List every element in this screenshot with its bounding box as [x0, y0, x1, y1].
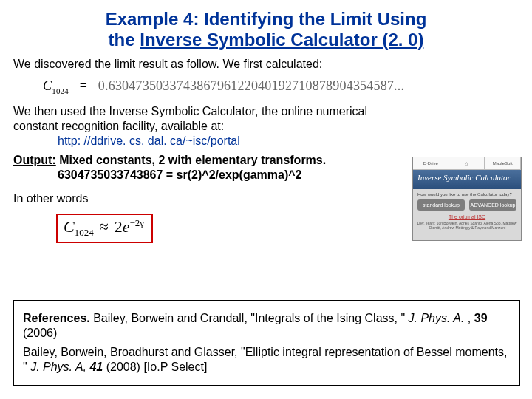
isc-banner: Inverse Symbolic Calculator	[413, 170, 521, 189]
isc-logo-2: △	[449, 157, 485, 169]
output-line-2: 6304735033743867 = sr(2)^2/exp(gamma)^2	[58, 168, 412, 183]
reference-2: Bailey, Borwein, Broadhurst and Glasser,…	[23, 345, 511, 375]
output-line-1: Mixed constants, 2 with elementary trans…	[56, 154, 326, 166]
isc-logos-row: D·Drive △ MapleSoft	[413, 157, 521, 170]
formula-c1024-closed: C1024≈2e−2γ	[64, 216, 144, 239]
formula2-lhs-sym: C	[64, 217, 75, 236]
formula2-approx: ≈	[100, 217, 109, 236]
reference-1: References. Bailey, Borwein and Crandall…	[23, 311, 511, 341]
isc-link[interactable]: http: //ddrive. cs. dal. ca/~isc/portal	[58, 134, 240, 149]
formula2-exponent: −2γ	[130, 216, 145, 228]
slide-title: Example 4: Identifying the Limit Using t…	[28, 9, 504, 50]
formula1-lhs-sym: C	[43, 78, 52, 93]
formula2-e: e	[123, 217, 130, 236]
isc-desc-text: We then used the Inverse Symbolic Calcul…	[13, 105, 367, 132]
slide: Example 4: Identifying the Limit Using t…	[0, 0, 532, 399]
formula2-lhs-sub: 1024	[75, 227, 94, 238]
isc-standard-lookup-button[interactable]: standard lookup	[417, 200, 465, 211]
ref1-body-c: (2006)	[23, 327, 57, 339]
isc-original-link[interactable]: The original ISC	[413, 214, 521, 219]
isc-description: We then used the Inverse Symbolic Calcul…	[13, 104, 412, 149]
formula1-equals: =	[80, 78, 87, 93]
formula-c1024-numeric: C1024 = 0.630473503374386796122040192710…	[43, 78, 519, 96]
ref2-journal: J. Phys. A,	[30, 361, 86, 373]
title-line-2-underline: Inverse Symbolic Calculator (2. 0)	[140, 30, 423, 50]
ref1-volume: 39	[474, 312, 488, 324]
ref1-body-a: Bailey, Borwein and Crandall, "Integrals…	[90, 312, 409, 324]
intro-text: We discovered the limit result as follow…	[13, 57, 519, 72]
ref2-volume: 41	[86, 361, 103, 373]
ref1-journal: J. Phys. A.	[409, 312, 465, 324]
formula2-two: 2	[115, 217, 123, 236]
title-line-2a: the	[109, 30, 140, 50]
isc-screenshot: D·Drive △ MapleSoft Inverse Symbolic Cal…	[412, 157, 522, 241]
formula-c1024-closed-box: C1024≈2e−2γ	[56, 214, 153, 244]
isc-logo-1: D·Drive	[413, 157, 449, 169]
references-box: References. Bailey, Borwein and Crandall…	[13, 300, 520, 386]
output-block: Output: Mixed constants, 2 with elementa…	[13, 153, 412, 183]
formula1-rhs: 0.63047350337438679612204019271087890435…	[98, 78, 404, 93]
title-line-1: Example 4: Identifying the Limit Using	[106, 9, 427, 29]
isc-buttons: standard lookup ADVANCED lookup	[413, 198, 521, 212]
isc-advanced-lookup-button[interactable]: ADVANCED lookup	[469, 200, 516, 211]
isc-logo-3: MapleSoft	[485, 157, 521, 169]
ref1-body-b: ,	[464, 312, 474, 324]
isc-question: How would you like to use the Calculator…	[413, 189, 521, 198]
output-label: Output:	[13, 154, 56, 166]
references-label: References.	[23, 312, 90, 324]
ref2-body-c: (2008) [Io.P Select]	[103, 361, 207, 373]
isc-credit: Dev. Team: Jon Borwein, Agnes Szanto, Al…	[413, 221, 521, 230]
formula1-lhs-sub: 1024	[52, 86, 69, 95]
